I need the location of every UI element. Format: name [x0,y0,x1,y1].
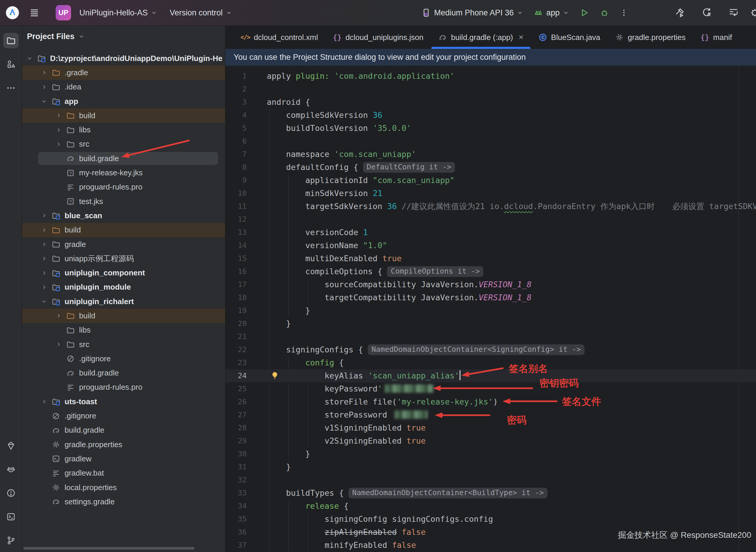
problems-icon[interactable] [3,486,19,501]
terminal-icon[interactable] [3,509,19,525]
chevron-right-icon[interactable] [41,398,51,405]
hamburger-menu-icon[interactable] [25,4,44,21]
tree-row[interactable]: local.properties [22,480,225,495]
code-line[interactable]: 20 } [225,317,756,330]
tree-row[interactable]: .gitignore [22,352,225,366]
tree-row[interactable]: uniplugin_richalert [22,294,225,308]
tree-row[interactable]: uts-toast [22,395,225,409]
tree-row[interactable]: src [22,137,225,151]
tree-row[interactable]: D:\zyproject\androidUniappDemo\UniPlugin… [22,51,225,65]
tree-row[interactable]: gradlew.bat [22,466,225,480]
code-line[interactable]: 24 keyAlias 'scan_uniapp_alias' [225,369,756,382]
cat-icon[interactable] [3,462,19,477]
code-line[interactable]: 6 [225,135,756,148]
chevron-right-icon[interactable] [55,127,66,133]
project-selector[interactable]: UniPlugin-Hello-AS [75,4,161,21]
project-avatar[interactable]: UP [56,5,71,20]
code-line[interactable]: 19 } [225,304,756,317]
chevron-right-icon[interactable] [41,241,51,248]
device-selector[interactable]: Medium Phone API 36 [417,4,527,21]
code-editor[interactable]: 1apply plugin: 'com.android.application'… [225,66,756,552]
run-configuration-selector[interactable]: app [529,4,573,21]
more-tool-windows-icon[interactable] [3,80,19,96]
debug-button[interactable] [595,4,614,21]
code-line[interactable]: 34 release { [225,500,756,513]
tree-row[interactable]: blue_scan [22,209,225,223]
chevron-right-icon[interactable] [41,227,51,233]
profiler-icon[interactable] [749,0,756,25]
editor-tab[interactable]: gradle.properties [608,26,693,49]
chevron-right-icon[interactable] [41,212,51,219]
tree-row[interactable]: .gradle [22,65,225,80]
tree-row[interactable]: build [22,108,225,123]
tree-row[interactable]: proguard-rules.pro [22,380,225,395]
chevron-right-icon[interactable] [41,69,51,76]
code-line[interactable]: 21 [225,330,756,343]
code-line[interactable]: 22 signingConfigs { NamedDomainObjectCon… [225,343,756,356]
tree-row[interactable]: libs [22,323,225,337]
tree-horizontal-scrollbar[interactable] [23,547,194,550]
gem-icon[interactable] [3,438,19,453]
tree-row[interactable]: settings.gradle [22,495,225,509]
code-line[interactable]: 28 v1SigningEnabled true [225,421,756,434]
chevron-right-icon[interactable] [55,341,66,348]
tree-row[interactable]: ?test.jks [22,194,225,209]
code-line[interactable]: 15 multiDexEnabled true [225,252,756,265]
resource-manager-icon[interactable] [3,56,19,72]
code-line[interactable]: 13 versionCode 1 [225,226,756,239]
chevron-down-icon[interactable] [26,55,37,61]
tree-row[interactable]: app [22,94,225,108]
code-line[interactable]: 23 config { [225,356,756,369]
code-line[interactable]: 2 [225,83,756,96]
chevron-right-icon[interactable] [41,255,51,262]
chevron-right-icon[interactable] [55,141,66,147]
code-line[interactable]: 27 storePassword [225,408,756,421]
code-line[interactable]: 35 signingConfig signingConfigs.config [225,513,756,526]
code-line[interactable]: 14 versionName "1.0" [225,239,756,252]
intention-bulb-icon[interactable] [270,371,280,381]
code-line[interactable]: 29 v2SigningEnabled true [225,434,756,447]
code-line[interactable]: 3android { [225,96,756,109]
code-line[interactable]: 33 buildTypes { NamedDomainObjectContain… [225,487,756,500]
build-run-icon[interactable] [674,7,686,19]
tree-row[interactable]: build.gradle [22,151,225,165]
code-line[interactable]: 4 compileSdkVersion 36 [225,109,756,122]
build-analyzer-icon[interactable] [728,7,739,19]
git-branch-icon[interactable] [3,533,19,548]
chevron-down-icon[interactable] [41,298,51,305]
code-line[interactable]: 31 } [225,460,756,473]
chevron-right-icon[interactable] [41,270,51,276]
vcs-widget[interactable]: Version control [166,4,236,21]
code-line[interactable]: 1apply plugin: 'com.android.application' [225,70,756,83]
editor-tab[interactable]: build.gradle (:app)× [431,26,531,49]
chevron-right-icon[interactable] [55,312,66,319]
tree-row[interactable]: proguard-rules.pro [22,180,225,194]
code-line[interactable]: 30 } [225,447,756,460]
chevron-right-icon[interactable] [55,112,66,119]
run-button[interactable] [575,4,593,21]
code-line[interactable]: 18 targetCompatibility JavaVersion.VERSI… [225,291,756,304]
chevron-right-icon[interactable] [41,284,51,290]
code-line[interactable]: 7 namespace 'com.scan_uniapp' [225,148,756,161]
more-actions-button[interactable] [615,4,632,21]
tree-row[interactable]: build.gradle [22,423,225,437]
editor-tab[interactable]: </>dcloud_control.xml [233,26,325,49]
tree-row[interactable]: gradlew [22,452,225,466]
project-view-selector[interactable]: Project Files [22,26,225,47]
tree-row[interactable]: gradle.properties [22,437,225,452]
sync-icon[interactable]: A [701,7,713,19]
code-line[interactable]: 8 defaultConfig { DefaultConfig it -> [225,161,756,174]
code-line[interactable]: 25 keyPassword' [225,382,756,395]
code-line[interactable]: 12 [225,213,756,226]
code-line[interactable]: 17 sourceCompatibility JavaVersion.VERSI… [225,278,756,291]
tree-row[interactable]: .gitignore [22,409,225,423]
tree-row[interactable]: uniplugin_component [22,266,225,280]
tree-row[interactable]: libs [22,123,225,137]
project-tool-window-button[interactable] [3,33,19,48]
code-line[interactable]: 5 buildToolsVersion '35.0.0' [225,122,756,135]
code-line[interactable]: 26 storeFile file('my-release-key.jks') [225,395,756,408]
code-line[interactable]: 16 compileOptions { CompileOptions it -> [225,265,756,278]
editor-tab[interactable]: {}dcloud_uniplugins.json [325,26,431,49]
tree-row[interactable]: build [22,223,225,237]
tree-row[interactable]: uniplugin_module [22,280,225,294]
